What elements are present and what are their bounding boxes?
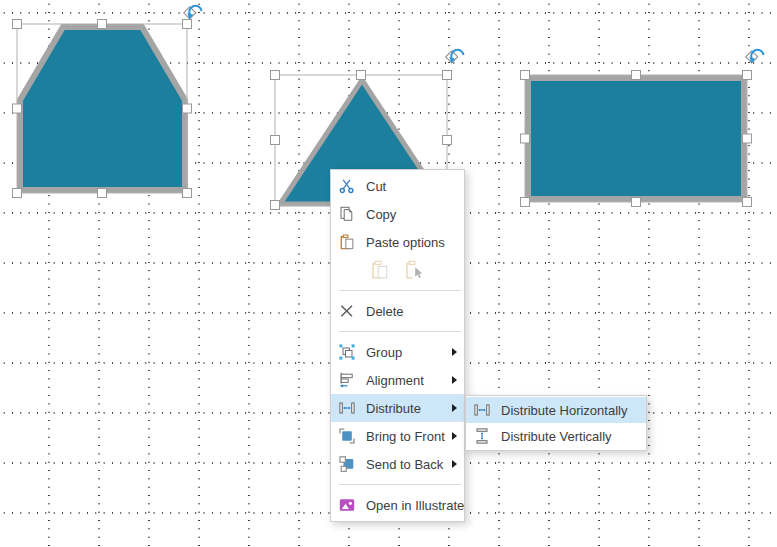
- menu-item-label: Bring to Front: [366, 429, 448, 444]
- resize-handle[interactable]: [271, 71, 280, 80]
- group-icon: [339, 344, 355, 360]
- menu-item-label: Send to Back: [366, 457, 448, 472]
- diagram-canvas[interactable]: Cut Copy Paste options: [0, 0, 777, 547]
- rotate-handle-icon[interactable]: [446, 50, 464, 64]
- menu-item-distribute[interactable]: Distribute: [331, 394, 464, 422]
- distribute-v-icon: [474, 428, 490, 444]
- submenu-arrow-icon: [452, 376, 457, 384]
- resize-handle[interactable]: [271, 136, 280, 145]
- menu-item-label: Distribute Horizontally: [501, 403, 630, 418]
- resize-handle[interactable]: [357, 71, 366, 80]
- menu-item-label: Alignment: [366, 373, 448, 388]
- resize-handle[interactable]: [183, 20, 192, 29]
- resize-handle[interactable]: [743, 71, 752, 80]
- clipboard-icon: [339, 234, 355, 250]
- scissors-icon: [339, 178, 355, 194]
- menu-item-cut[interactable]: Cut: [331, 172, 464, 200]
- resize-handle[interactable]: [443, 136, 452, 145]
- menu-item-label: Open in Illustrate: [366, 498, 464, 513]
- copy-icon: [339, 206, 355, 222]
- distribute-submenu: Distribute Horizontally Distribute Verti…: [465, 395, 647, 451]
- menu-separator: [339, 290, 461, 291]
- resize-handle[interactable]: [13, 20, 22, 29]
- resize-handle[interactable]: [521, 134, 530, 143]
- menu-item-label: Distribute Vertically: [501, 429, 630, 444]
- menu-item-distribute-horizontally[interactable]: Distribute Horizontally: [466, 397, 646, 423]
- submenu-arrow-icon: [452, 432, 457, 440]
- resize-handle[interactable]: [632, 71, 641, 80]
- paste-button[interactable]: [370, 260, 390, 280]
- align-icon: [339, 372, 355, 388]
- rotate-handle-icon[interactable]: [746, 50, 764, 64]
- submenu-arrow-icon: [452, 460, 457, 468]
- resize-handle[interactable]: [271, 201, 280, 210]
- menu-item-label: Copy: [366, 207, 448, 222]
- menu-item-distribute-vertically[interactable]: Distribute Vertically: [466, 423, 646, 449]
- menu-item-label: Delete: [366, 304, 448, 319]
- distribute-h-icon: [339, 400, 355, 416]
- menu-item-open-in-illustrate[interactable]: Open in Illustrate: [331, 491, 464, 519]
- paste-special-button[interactable]: [404, 260, 424, 280]
- shape-rectangle[interactable]: [528, 78, 744, 199]
- resize-handle[interactable]: [98, 20, 107, 29]
- resize-handle[interactable]: [183, 104, 192, 113]
- x-icon: [339, 303, 355, 319]
- context-menu: Cut Copy Paste options: [330, 169, 465, 522]
- menu-item-label: Paste options: [366, 235, 448, 250]
- menu-item-copy[interactable]: Copy: [331, 200, 464, 228]
- resize-handle[interactable]: [521, 71, 530, 80]
- bring-front-icon: [339, 428, 355, 444]
- menu-separator: [339, 331, 461, 332]
- distribute-h-icon: [474, 402, 490, 418]
- shape-hexagon[interactable]: [20, 27, 185, 190]
- rotate-handle-icon[interactable]: [184, 6, 202, 20]
- resize-handle[interactable]: [13, 104, 22, 113]
- resize-handle[interactable]: [521, 198, 530, 207]
- resize-handle[interactable]: [183, 189, 192, 198]
- resize-handle[interactable]: [98, 189, 107, 198]
- menu-separator: [339, 484, 461, 485]
- menu-item-label: Group: [366, 345, 448, 360]
- send-back-icon: [339, 456, 355, 472]
- resize-handle[interactable]: [743, 198, 752, 207]
- submenu-arrow-icon: [452, 348, 457, 356]
- menu-item-label: Cut: [366, 179, 448, 194]
- submenu-arrow-icon: [452, 404, 457, 412]
- resize-handle[interactable]: [443, 71, 452, 80]
- menu-item-send-to-back[interactable]: Send to Back: [331, 450, 464, 478]
- menu-item-paste-options[interactable]: Paste options: [331, 228, 464, 256]
- paste-options-row: [331, 256, 464, 284]
- menu-item-delete[interactable]: Delete: [331, 297, 464, 325]
- menu-item-bring-to-front[interactable]: Bring to Front: [331, 422, 464, 450]
- image-icon: [339, 497, 355, 513]
- menu-item-label: Distribute: [366, 401, 448, 416]
- resize-handle[interactable]: [743, 134, 752, 143]
- menu-item-group[interactable]: Group: [331, 338, 464, 366]
- menu-item-alignment[interactable]: Alignment: [331, 366, 464, 394]
- resize-handle[interactable]: [13, 189, 22, 198]
- resize-handle[interactable]: [632, 198, 641, 207]
